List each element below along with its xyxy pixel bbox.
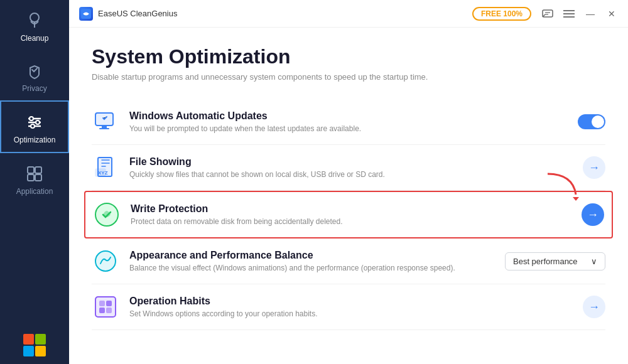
svg-rect-25 [95,297,116,317]
svg-rect-29 [106,308,112,313]
svg-rect-8 [35,167,41,173]
file-showing-action[interactable]: → [583,156,605,179]
write-protection-icon-wrapper [93,201,121,228]
red-arrow-annotation [541,171,585,201]
write-protection-title: Write Protection [131,203,571,215]
svg-rect-28 [99,308,105,313]
windows-updates-toggle[interactable] [578,114,605,129]
feature-row-appearance: Appearance and Performance Balance Balan… [92,238,605,284]
operation-habits-icon [93,294,118,319]
write-protection-text: Write Protection Protect data on removab… [131,203,571,226]
page-title: System Optimization [92,45,605,68]
write-protection-action[interactable]: → [582,203,604,226]
file-showing-icon: XYZ [93,155,118,180]
sidebar-item-cleanup-label: Cleanup [21,34,49,43]
svg-rect-26 [99,301,105,306]
app-title: EaseUS CleanGenius [98,9,472,18]
file-showing-arrow[interactable]: → [583,156,605,179]
sidebar-item-application[interactable]: Application [0,153,69,203]
svg-point-5 [36,120,40,124]
main-content: EaseUS CleanGenius FREE 100% — ✕ [69,0,628,364]
svg-rect-27 [106,301,112,306]
appearance-dropdown-wrapper[interactable]: Best performance ∨ [505,252,605,270]
svg-point-4 [30,117,33,120]
appearance-text: Appearance and Performance Balance Balan… [129,250,495,272]
monitor-icon [93,109,118,134]
privacy-icon [25,62,44,80]
svg-rect-10 [35,174,41,181]
sidebar-item-application-label: Application [16,187,53,196]
appearance-icon-wrapper [92,247,119,275]
minimize-button[interactable]: — [584,8,597,20]
toggle-switch[interactable] [578,114,605,129]
operation-habits-title: Operation Habits [129,296,573,307]
file-showing-desc: Quickly show files that cannot be shown … [129,170,573,179]
windows-updates-title: Windows Automatic Updates [129,110,568,122]
sidebar-item-optimization[interactable]: Optimization [0,100,69,153]
sidebar-item-cleanup[interactable]: Cleanup [0,0,69,50]
operation-habits-text: Operation Habits Set Windows options acc… [129,296,573,318]
svg-point-24 [95,251,116,271]
feature-row-write-protection: Write Protection Protect data on removab… [84,191,613,238]
sidebar-item-privacy[interactable]: Privacy [0,50,69,100]
feature-row-operation-habits: Operation Habits Set Windows options acc… [92,284,605,330]
svg-rect-18 [99,128,109,129]
appearance-title: Appearance and Performance Balance [129,250,495,261]
application-icon [25,164,44,183]
file-showing-icon-wrapper: XYZ [92,154,119,181]
page-subtitle: Disable startup programs and unnecessary… [92,72,605,82]
menu-button[interactable] [563,8,575,20]
feature-row-file-showing: XYZ File Showing Quickly show files that… [92,145,605,191]
free-badge[interactable]: FREE 100% [472,7,531,21]
svg-rect-7 [28,167,34,173]
appearance-icon [93,249,118,274]
window-controls: — ✕ [541,8,618,20]
operation-habits-arrow[interactable]: → [583,296,605,318]
sidebar-item-privacy-label: Privacy [22,84,46,93]
win11-logo [23,334,46,356]
windows-updates-icon-wrapper [92,108,119,136]
svg-point-6 [31,124,35,128]
svg-rect-9 [28,174,34,181]
sidebar: Cleanup Privacy Optimization Application [0,0,69,364]
operation-habits-action[interactable]: → [583,296,605,318]
windows-updates-text: Windows Automatic Updates You will be pr… [129,110,568,133]
svg-rect-17 [102,126,107,128]
chevron-down-icon: ∨ [591,257,597,266]
windows-updates-desc: You will be prompted to update when the … [129,124,568,133]
file-showing-text: File Showing Quickly show files that can… [129,156,573,179]
close-button[interactable]: ✕ [605,8,618,20]
content-area: System Optimization Disable startup prog… [69,28,628,364]
svg-marker-22 [573,197,579,201]
svg-point-0 [30,13,39,22]
appearance-desc: Balance the visual effect (Windows anima… [129,264,495,272]
app-logo [79,7,93,21]
optimization-icon [25,113,44,132]
dropdown-value: Best performance [513,257,578,266]
write-protection-desc: Protect data on removable disk from bein… [131,217,571,226]
performance-dropdown[interactable]: Best performance ∨ [505,252,605,270]
sidebar-bottom [0,326,69,364]
operation-habits-desc: Set Windows options according to your op… [129,309,573,318]
feature-row-windows-updates: Windows Automatic Updates You will be pr… [92,99,605,145]
svg-text:XYZ: XYZ [98,170,108,176]
cleanup-icon [25,11,44,30]
titlebar: EaseUS CleanGenius FREE 100% — ✕ [69,0,628,28]
file-showing-title: File Showing [129,156,573,168]
operation-habits-icon-wrapper [92,293,119,321]
write-protection-icon [94,202,119,227]
message-button[interactable] [541,8,554,20]
sidebar-item-optimization-label: Optimization [14,136,56,144]
write-protection-arrow[interactable]: → [582,203,604,226]
